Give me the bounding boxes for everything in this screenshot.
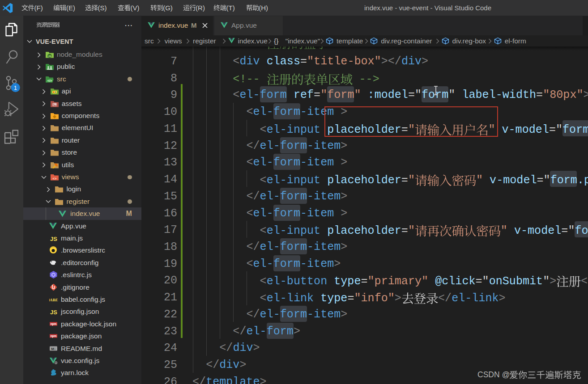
svg-text:npm: npm	[51, 322, 57, 326]
svg-text:JS: JS	[50, 236, 57, 242]
svg-text:</>: </>	[47, 79, 52, 82]
svg-text:M↓: M↓	[51, 346, 56, 350]
svg-text:JS: JS	[48, 55, 51, 58]
svg-text:BABEL: BABEL	[49, 298, 58, 302]
svg-text:npm: npm	[51, 334, 57, 338]
svg-text:<>: <>	[52, 177, 56, 181]
svg-text:1: 1	[14, 84, 17, 91]
svg-text:JS: JS	[50, 309, 57, 316]
